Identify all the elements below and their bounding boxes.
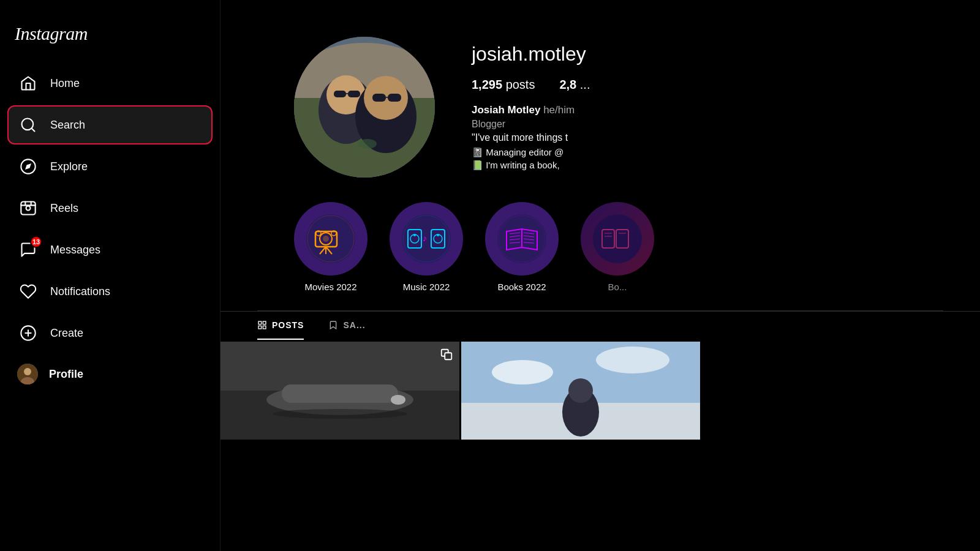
- post-multiple-icon: [440, 348, 453, 364]
- posts-count: 1,295: [472, 78, 502, 91]
- bookmark-icon: [328, 320, 338, 330]
- messages-badge: 13: [30, 236, 42, 248]
- highlight-circle-more: [581, 202, 654, 276]
- profile-username: josiah.motley: [472, 43, 943, 66]
- highlight-circle-music: ♪: [390, 202, 463, 276]
- highlight-music-label: Music 2022: [403, 282, 450, 292]
- profile-stats: 1,295 posts 2,8 ...: [472, 78, 943, 92]
- profile-bio-line2: 📗 I'm writing a book,: [472, 160, 943, 171]
- svg-point-13: [24, 368, 31, 375]
- svg-point-73: [391, 395, 405, 405]
- explore-icon: [17, 156, 39, 178]
- svg-point-32: [323, 236, 329, 242]
- svg-rect-4: [21, 202, 35, 215]
- svg-point-28: [358, 139, 377, 149]
- highlight-more-label: Bo...: [608, 282, 627, 292]
- svg-rect-20: [334, 91, 346, 97]
- post-thumb-1[interactable]: [221, 342, 459, 440]
- sidebar: Instagram Home Search: [0, 0, 221, 551]
- tab-posts[interactable]: POSTS: [257, 312, 304, 340]
- followers-stat: 2,8 ...: [559, 78, 590, 92]
- home-label: Home: [50, 77, 80, 90]
- search-label: Search: [50, 119, 85, 132]
- svg-point-5: [26, 206, 31, 211]
- sidebar-item-home[interactable]: Home: [7, 64, 213, 103]
- profile-section: josiah.motley 1,295 posts 2,8 ... Josiah…: [221, 0, 980, 202]
- saved-tab-label: SA...: [343, 320, 365, 330]
- sidebar-item-explore[interactable]: Explore: [7, 147, 213, 186]
- messages-icon: 13: [17, 239, 39, 261]
- sidebar-item-reels[interactable]: Reels: [7, 189, 213, 228]
- svg-rect-26: [388, 94, 401, 102]
- profile-display-name: Josiah Motley he/him: [472, 104, 943, 116]
- highlight-books2022[interactable]: Books 2022: [485, 202, 559, 292]
- main-nav: Home Search Explore: [7, 64, 213, 539]
- highlight-movies2022[interactable]: Movies 2022: [294, 202, 368, 292]
- highlight-movies-label: Movies 2022: [304, 282, 356, 292]
- svg-rect-65: [258, 321, 262, 324]
- highlights-section: Movies 2022 ♪: [221, 202, 980, 310]
- svg-rect-21: [348, 91, 360, 97]
- notifications-icon: [17, 280, 39, 302]
- svg-point-42: [413, 234, 416, 236]
- svg-rect-25: [372, 94, 386, 102]
- svg-rect-72: [282, 384, 398, 403]
- posts-stat: 1,295 posts: [472, 78, 535, 92]
- sidebar-item-notifications[interactable]: Notifications: [7, 272, 213, 311]
- posts-grid: [221, 340, 980, 440]
- explore-label: Explore: [50, 160, 88, 173]
- svg-rect-66: [263, 321, 266, 324]
- svg-point-80: [492, 360, 553, 384]
- highlight-more[interactable]: Bo...: [581, 202, 654, 292]
- svg-point-45: [437, 234, 439, 236]
- followers-label: ...: [580, 78, 590, 91]
- svg-rect-68: [263, 326, 266, 329]
- svg-rect-76: [445, 353, 451, 359]
- followers-count: 2,8: [559, 78, 576, 91]
- grid-icon: [257, 320, 267, 330]
- profile-bio-role: Blogger: [472, 119, 943, 130]
- highlight-books-label: Books 2022: [497, 282, 546, 292]
- svg-marker-3: [25, 163, 31, 170]
- highlight-circle-movies: [294, 202, 368, 276]
- messages-label: Messages: [50, 244, 100, 257]
- reels-label: Reels: [50, 202, 78, 215]
- post-thumb-2[interactable]: [461, 342, 700, 440]
- profile-info: josiah.motley 1,295 posts 2,8 ... Josiah…: [472, 37, 943, 173]
- app-logo: Instagram: [7, 12, 213, 64]
- profile-avatar-small: [17, 364, 38, 384]
- main-content: josiah.motley 1,295 posts 2,8 ... Josiah…: [221, 0, 980, 551]
- svg-point-74: [273, 409, 407, 419]
- profile-picture-wrapper: [294, 37, 435, 178]
- highlight-music2022[interactable]: ♪ Music 2022: [390, 202, 463, 292]
- tab-saved[interactable]: SA...: [328, 312, 365, 340]
- profile-picture: [294, 37, 435, 178]
- notifications-label: Notifications: [50, 285, 110, 298]
- home-icon: [17, 72, 39, 94]
- profile-label: Profile: [49, 368, 83, 381]
- svg-text:♪: ♪: [423, 234, 427, 243]
- posts-tabs: POSTS SA...: [221, 311, 980, 340]
- svg-point-83: [568, 378, 593, 403]
- sidebar-item-messages[interactable]: 13 Messages: [7, 230, 213, 269]
- profile-bio-quote: "I've quit more things t: [472, 132, 943, 143]
- highlight-circle-books: [485, 202, 559, 276]
- svg-point-29: [306, 214, 355, 263]
- reels-icon: [17, 197, 39, 219]
- svg-point-81: [596, 347, 669, 373]
- sidebar-item-create[interactable]: Create: [7, 313, 213, 353]
- posts-tab-label: POSTS: [272, 320, 304, 330]
- search-icon: [17, 114, 39, 136]
- create-icon: [17, 322, 39, 344]
- sidebar-item-profile[interactable]: Profile: [7, 355, 213, 393]
- create-label: Create: [50, 327, 83, 340]
- posts-label: posts: [506, 78, 535, 91]
- svg-line-1: [31, 128, 34, 131]
- svg-rect-67: [258, 326, 262, 329]
- sidebar-item-search[interactable]: Search: [7, 105, 213, 144]
- profile-bio-line1: 📓 Managing editor @: [472, 147, 943, 158]
- svg-point-59: [593, 214, 642, 263]
